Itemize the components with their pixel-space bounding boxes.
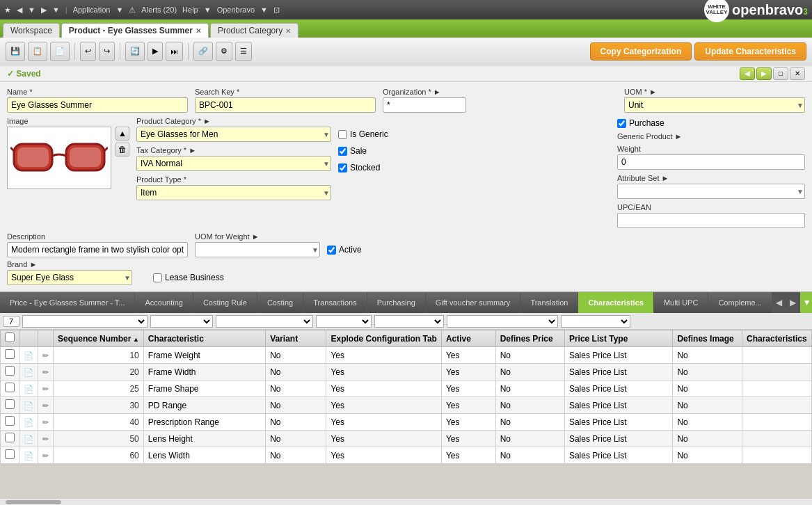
active-checkbox[interactable] <box>327 246 336 255</box>
link-button[interactable]: 🔗 <box>193 42 213 61</box>
nav-prev-button[interactable]: ◀ <box>740 67 755 80</box>
tab-product-category[interactable]: Product Category ✕ <box>210 23 298 38</box>
tab-product-close[interactable]: ✕ <box>196 27 201 35</box>
upc-ean-input[interactable] <box>617 213 805 228</box>
help-menu[interactable]: Help <box>182 6 198 14</box>
new-button[interactable]: 📋 <box>28 42 47 61</box>
attribute-set-select[interactable] <box>617 184 805 199</box>
col-explode[interactable]: Explode Configuration Tab <box>326 330 441 347</box>
redo-button[interactable]: ↪ <box>99 42 115 61</box>
col-variant[interactable]: Variant <box>266 330 326 347</box>
row-edit-icon-4[interactable]: ✏ <box>42 401 49 410</box>
row-doc-icon-5[interactable]: 📄 <box>24 418 33 426</box>
btab-purchasing[interactable]: Purchasing <box>367 292 426 313</box>
row-edit-icon-3[interactable]: ✏ <box>42 385 49 393</box>
row-check-1[interactable] <box>5 349 15 359</box>
image-delete-button[interactable]: 🗑 <box>116 143 129 157</box>
row-check-4[interactable] <box>5 399 15 409</box>
row-doc-icon-4[interactable]: 📄 <box>24 401 33 410</box>
btab-costing-rule[interactable]: Costing Rule <box>193 292 257 313</box>
row-check-6[interactable] <box>5 433 15 442</box>
uom-select[interactable]: Unit <box>624 97 805 113</box>
nav-forward-menu[interactable]: ▼ <box>52 6 60 14</box>
row-doc-icon-1[interactable]: 📄 <box>24 351 33 360</box>
btab-accounting[interactable]: Accounting <box>135 292 193 313</box>
is-generic-checkbox[interactable] <box>338 130 347 139</box>
menu-button[interactable]: ☰ <box>235 42 252 61</box>
product-category-select[interactable]: Eye Glasses for Men <box>136 127 331 142</box>
row-edit-icon-7[interactable]: ✏ <box>42 451 49 460</box>
col-defines-price[interactable]: Defines Price <box>495 330 564 347</box>
col-select-all[interactable] <box>1 330 19 347</box>
skip-button[interactable]: ⏭ <box>166 42 183 61</box>
tab-workspace[interactable]: Workspace <box>3 23 60 38</box>
purchase-checkbox[interactable] <box>617 119 626 128</box>
btab-transactions[interactable]: Transactions <box>303 292 367 313</box>
btab-scroll-left[interactable]: ◀ <box>772 292 786 313</box>
row-check-7[interactable] <box>5 449 15 459</box>
row-doc-icon-6[interactable]: 📄 <box>24 435 33 443</box>
lease-business-checkbox[interactable] <box>153 273 162 282</box>
defines-price-filter[interactable] <box>374 315 444 328</box>
nav-forward-icon[interactable]: ▶ <box>41 6 47 15</box>
tab-product-eye-glasses[interactable]: Product - Eye Glasses Summer ✕ <box>61 23 209 38</box>
btab-translation[interactable]: Translation <box>520 292 578 313</box>
row-edit-icon-5[interactable]: ✏ <box>42 418 49 426</box>
btab-multi-upc[interactable]: Multi UPC <box>654 292 709 313</box>
scroll-thumb[interactable] <box>6 500 61 504</box>
variant-filter[interactable] <box>150 315 213 328</box>
row-check-5[interactable] <box>5 416 15 426</box>
row-check-2[interactable] <box>5 366 15 376</box>
name-input[interactable] <box>7 97 188 113</box>
defines-image-filter[interactable] <box>561 315 630 328</box>
brand-select[interactable]: Super Eye Glass <box>7 270 132 285</box>
weight-input[interactable] <box>617 154 805 170</box>
search-key-input[interactable] <box>195 97 376 113</box>
btab-gift-voucher[interactable]: Gift voucher summary <box>426 292 521 313</box>
row-doc-icon-2[interactable]: 📄 <box>24 368 33 376</box>
copy-button[interactable]: 📄 <box>50 42 70 61</box>
play-button[interactable]: ▶ <box>148 42 163 61</box>
row-edit-icon-6[interactable]: ✏ <box>42 435 49 443</box>
btab-compleme[interactable]: Compleme... <box>708 292 772 313</box>
application-menu[interactable]: Application <box>73 6 111 14</box>
col-seq-number[interactable]: Sequence Number <box>54 330 144 347</box>
stocked-checkbox[interactable] <box>338 163 347 173</box>
row-edit-icon-2[interactable]: ✏ <box>42 368 49 376</box>
row-doc-icon-3[interactable]: 📄 <box>24 385 33 393</box>
alerts-icon[interactable]: ⚠ <box>129 6 136 15</box>
col-price-list-type[interactable]: Price List Type <box>564 330 673 347</box>
row-edit-icon-1[interactable]: ✏ <box>42 351 49 360</box>
description-input[interactable] <box>7 242 188 257</box>
star-icon[interactable]: ★ <box>4 6 11 15</box>
horizontal-scrollbar[interactable] <box>0 498 812 505</box>
uom-weight-select[interactable] <box>195 242 320 257</box>
alerts-menu[interactable]: Alerts (20) <box>141 6 177 14</box>
btab-price[interactable]: Price - Eye Glasses Summer - T... <box>0 292 135 313</box>
sale-checkbox[interactable] <box>338 147 347 156</box>
nav-maximize-button[interactable]: □ <box>773 67 788 80</box>
btab-characteristics[interactable]: Characteristics <box>578 292 654 313</box>
image-upload-button[interactable]: ▲ <box>116 127 129 141</box>
nav-close-button[interactable]: ✕ <box>790 67 805 80</box>
nav-menu-icon[interactable]: ▼ <box>28 6 35 14</box>
btab-scroll-right[interactable]: ▶ <box>786 292 800 313</box>
tax-category-select[interactable]: IVA Normal <box>136 156 331 171</box>
characteristic-filter[interactable] <box>22 315 148 328</box>
explode-filter[interactable] <box>216 315 313 328</box>
save-button[interactable]: 💾 <box>6 42 25 61</box>
settings-button[interactable]: ⚙ <box>216 42 232 61</box>
row-doc-icon-7[interactable]: 📄 <box>24 451 33 460</box>
tab-category-close[interactable]: ✕ <box>285 27 291 35</box>
nav-next-button[interactable]: ▶ <box>756 67 772 80</box>
undo-button[interactable]: ↩ <box>80 42 96 61</box>
col-characteristics[interactable]: Characteristics <box>742 330 811 347</box>
copy-categorization-button[interactable]: Copy Categorization <box>590 42 692 61</box>
col-defines-image[interactable]: Defines Image <box>673 330 742 347</box>
btab-menu[interactable]: ▼ <box>800 292 812 313</box>
col-active[interactable]: Active <box>441 330 495 347</box>
btab-costing[interactable]: Costing <box>257 292 303 313</box>
logout-icon[interactable]: ⊡ <box>273 6 280 15</box>
product-type-select[interactable]: Item <box>136 185 331 200</box>
col-characteristic[interactable]: Characteristic <box>143 330 265 347</box>
